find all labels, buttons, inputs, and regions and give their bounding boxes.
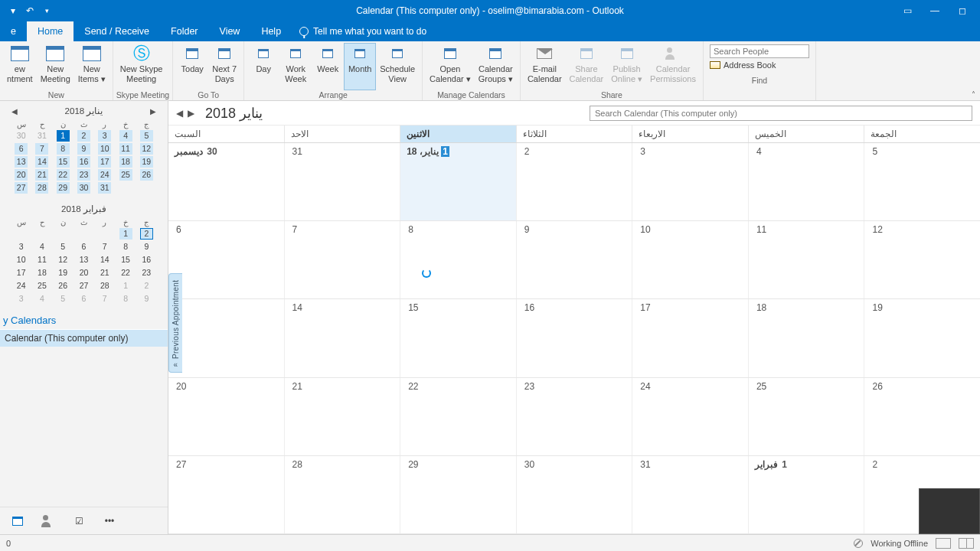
minical-day[interactable]: 13: [74, 253, 94, 266]
minical-day[interactable]: 31: [94, 181, 115, 194]
tab-home[interactable]: Home: [27, 21, 74, 41]
minical-day[interactable]: 2: [136, 279, 157, 292]
minical-day[interactable]: 31: [31, 129, 52, 142]
minical-day[interactable]: 27: [74, 279, 94, 292]
new-appointment-button[interactable]: ew ntment: [3, 43, 37, 90]
calendar-day-cell[interactable]: 28: [284, 456, 400, 533]
minical-day[interactable]: 26: [136, 168, 157, 181]
minical-day[interactable]: 3: [11, 292, 31, 305]
search-people-input[interactable]: [710, 44, 809, 58]
minical-day[interactable]: 18: [31, 266, 52, 279]
minical-day[interactable]: 5: [53, 292, 74, 305]
minical-day[interactable]: [74, 227, 94, 240]
minical-day[interactable]: 9: [74, 142, 94, 155]
calendar-day-cell[interactable]: 24: [632, 378, 748, 455]
calendar-list-item[interactable]: Calendar (This computer only): [0, 329, 168, 347]
minical-day[interactable]: 24: [11, 279, 31, 292]
minical-day[interactable]: 6: [11, 142, 31, 155]
calendar-day-cell[interactable]: 12: [864, 221, 980, 298]
calendar-day-cell[interactable]: 30: [516, 456, 632, 533]
view-reading-icon[interactable]: [959, 538, 974, 549]
qat-customize-icon[interactable]: ▾: [41, 5, 52, 16]
new-meeting-button[interactable]: New Meeting: [37, 43, 74, 90]
calendar-day-cell[interactable]: 7: [284, 221, 400, 298]
minical-day[interactable]: 6: [74, 292, 94, 305]
minical-day[interactable]: 1: [53, 129, 74, 142]
ribbon-display-icon[interactable]: ▭: [902, 5, 913, 16]
minical-day[interactable]: 4: [31, 240, 52, 253]
minical-day[interactable]: 26: [53, 279, 74, 292]
minical-day[interactable]: 28: [94, 279, 115, 292]
minical-day[interactable]: 3: [94, 129, 115, 142]
nav-tasks-icon[interactable]: ☑: [72, 514, 86, 528]
calendar-day-cell[interactable]: 23: [516, 378, 632, 455]
calendar-day-cell[interactable]: 27: [168, 456, 284, 533]
minical-day[interactable]: 1: [115, 227, 136, 240]
tab-send-receive[interactable]: Send / Receive: [74, 21, 160, 41]
calendar-day-cell[interactable]: 22: [400, 378, 516, 455]
collapse-ribbon-icon[interactable]: ˄: [972, 90, 975, 99]
nav-people-icon[interactable]: [41, 514, 55, 528]
minical-day[interactable]: 7: [94, 240, 115, 253]
schedule-view-button[interactable]: Schedule View: [376, 43, 419, 90]
calendar-day-cell[interactable]: 3: [632, 143, 748, 220]
minical-day[interactable]: [31, 227, 52, 240]
new-skype-meeting-button[interactable]: ⓈNew Skype Meeting: [116, 43, 167, 90]
calendar-day-cell[interactable]: 19: [864, 299, 980, 377]
calendar-day-cell[interactable]: 11: [748, 221, 864, 298]
calendar-day-cell[interactable]: 26: [864, 378, 980, 455]
calendar-day-cell[interactable]: 14: [284, 299, 400, 377]
minical-day[interactable]: 6: [74, 240, 94, 253]
day-view-button[interactable]: Day: [247, 43, 279, 90]
calendar-day-cell[interactable]: [168, 299, 284, 377]
minical-day[interactable]: 13: [11, 155, 31, 168]
tab-help[interactable]: Help: [250, 21, 292, 41]
minical-day[interactable]: 18: [115, 155, 136, 168]
week-view-button[interactable]: Week: [312, 43, 344, 90]
mini-calendar-1[interactable]: ◀يناير 2018▶سحنثرخج303112345678910111213…: [0, 101, 168, 199]
search-calendar-input[interactable]: [590, 106, 972, 121]
calendar-day-cell[interactable]: 9: [516, 221, 632, 298]
minical-next-icon[interactable]: ▶: [149, 107, 157, 116]
minical-day[interactable]: 14: [94, 253, 115, 266]
minical-day[interactable]: 29: [53, 181, 74, 194]
minical-day[interactable]: [94, 227, 115, 240]
minical-day[interactable]: 20: [11, 168, 31, 181]
undo-icon[interactable]: ↶: [24, 5, 35, 16]
new-items-button[interactable]: New Items ▾: [74, 43, 109, 90]
minical-day[interactable]: 5: [136, 129, 157, 142]
minical-day[interactable]: 22: [115, 266, 136, 279]
email-calendar-button[interactable]: E-mail Calendar: [524, 43, 566, 90]
minical-day[interactable]: 16: [74, 155, 94, 168]
month-view-button[interactable]: Month: [344, 43, 376, 90]
minical-day[interactable]: [136, 181, 157, 194]
nav-calendar-icon[interactable]: [11, 514, 24, 528]
minical-day[interactable]: 4: [31, 292, 52, 305]
minical-day[interactable]: 17: [11, 266, 31, 279]
minical-day[interactable]: 14: [31, 155, 52, 168]
nav-more-icon[interactable]: •••: [103, 514, 116, 528]
calendar-day-cell[interactable]: 16: [516, 299, 632, 377]
minical-day[interactable]: 21: [94, 266, 115, 279]
calendar-day-cell[interactable]: 2: [516, 143, 632, 220]
minical-day[interactable]: 19: [136, 155, 157, 168]
open-calendar-button[interactable]: Open Calendar ▾: [426, 43, 475, 90]
minical-day[interactable]: 2: [136, 227, 157, 240]
next7days-button[interactable]: Next 7 Days: [208, 43, 240, 90]
minical-day[interactable]: 4: [115, 129, 136, 142]
minical-day[interactable]: 8: [115, 292, 136, 305]
minical-day[interactable]: 11: [31, 253, 52, 266]
minical-day[interactable]: 12: [136, 142, 157, 155]
minical-day[interactable]: 1: [115, 279, 136, 292]
minical-day[interactable]: 9: [136, 240, 157, 253]
minical-day[interactable]: 7: [31, 142, 52, 155]
minical-day[interactable]: 30: [74, 181, 94, 194]
minical-day[interactable]: 19: [53, 266, 74, 279]
view-normal-icon[interactable]: [936, 538, 951, 549]
minical-day[interactable]: [11, 227, 31, 240]
minical-day[interactable]: 15: [53, 155, 74, 168]
calendar-day-cell[interactable]: 31: [284, 143, 400, 220]
minical-day[interactable]: 30: [11, 129, 31, 142]
maximize-icon[interactable]: ◻: [957, 5, 968, 16]
calendar-day-cell[interactable]: 29: [400, 456, 516, 533]
